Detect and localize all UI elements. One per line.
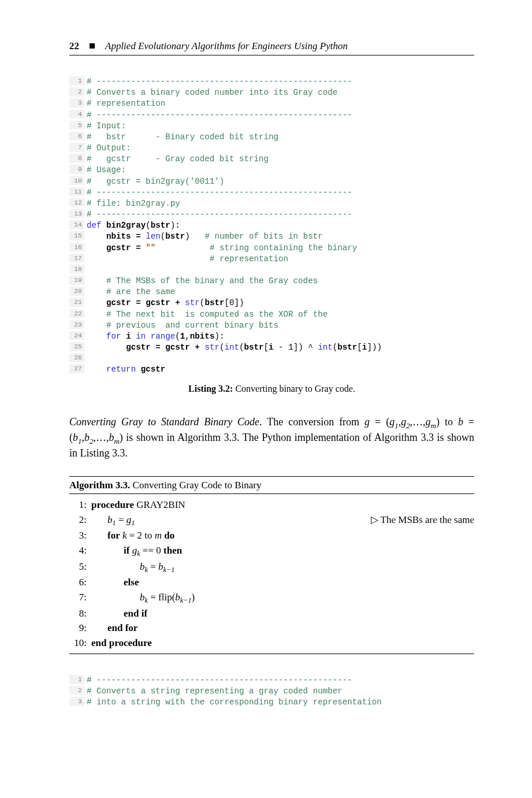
code-token: ) (185, 232, 204, 241)
code-token: bstr (244, 343, 264, 352)
code-token: # string containing the binary (210, 243, 357, 253)
line-number: 22 (69, 309, 84, 318)
math: g (426, 416, 431, 428)
line-number: 1 (69, 76, 84, 86)
line-number: 1 (69, 675, 84, 684)
code-line: 24 for i in range(1,nbits): (69, 331, 474, 342)
code-line: 8# gcstr - Gray coded bit string (69, 154, 474, 165)
run-in-heading: Converting Gray to Standard Binary Code (69, 416, 259, 428)
code-line: 5# Input: (69, 121, 474, 132)
code-token: # --------------------------------------… (87, 110, 352, 120)
code-token (131, 298, 136, 307)
code-token (146, 332, 151, 341)
algo-line-text: procedure GRAY2BIN (91, 498, 474, 513)
code-token: = (155, 343, 161, 352)
code-line: 10# gcstr = bin2gray('0011') (69, 176, 474, 187)
line-number: 27 (69, 364, 84, 373)
algo-line-number: 2: (69, 513, 91, 528)
code-token: , (185, 332, 190, 341)
math: g (401, 416, 406, 428)
code-line: 4# -------------------------------------… (69, 110, 474, 121)
code-token: # file: bin2gray.py (87, 199, 180, 208)
code-token (87, 243, 106, 253)
code-line: 13# ------------------------------------… (69, 209, 474, 220)
code-token: bstr (337, 343, 357, 352)
code-token (87, 232, 106, 241)
code-token (141, 298, 146, 307)
code-token: # --------------------------------------… (87, 188, 352, 197)
code-token: "" (146, 243, 155, 253)
listing-caption-1: Listing 3.2: Converting binary to Gray c… (69, 384, 474, 394)
code-line: 18 (69, 265, 474, 276)
algorithm-line: 1:procedure GRAY2BIN (69, 498, 474, 513)
code-line: 2# Converts a string representing a gray… (69, 686, 474, 697)
code-token: = (136, 298, 141, 307)
code-token: # Converts a string representing a gray … (87, 686, 343, 696)
code-line: 6# bstr - Binary coded bit string (69, 132, 474, 143)
code-token: [0]) (224, 298, 244, 307)
code-line: 26 (69, 353, 474, 364)
code-token: ( (333, 343, 338, 352)
code-line: 20 # are the same (69, 287, 474, 298)
para-text: The conversion from (267, 416, 364, 428)
code-token: # Output: (87, 143, 131, 153)
code-token: # into a string with the corresponding b… (87, 697, 382, 707)
code-token: [ (357, 343, 362, 352)
code-line: 21 gcstr = gcstr + str(bstr[0]) (69, 298, 474, 309)
line-number: 10 (69, 176, 84, 185)
code-token: nbits (106, 232, 131, 241)
code-token: ])) (367, 343, 382, 352)
code-token: # --------------------------------------… (87, 210, 352, 219)
algorithm-title: Algorithm 3.3. Converting Gray Code to B… (69, 477, 474, 494)
line-number: 12 (69, 198, 84, 207)
code-token (161, 343, 166, 352)
code-token (87, 254, 210, 263)
code-token: # gcstr = bin2gray('0011') (87, 177, 224, 186)
code-token (131, 232, 136, 241)
line-number: 20 (69, 287, 84, 296)
code-token: [ (264, 343, 269, 352)
code-token: return (106, 365, 136, 374)
code-token (131, 243, 136, 253)
algo-line-number: 1: (69, 498, 91, 513)
code-line: 25 gcstr = gcstr + str(int(bstr[i - 1]) … (69, 342, 474, 353)
math: g (364, 416, 370, 428)
code-token: ( (175, 332, 180, 341)
line-number: 11 (69, 187, 84, 196)
code-token: int (224, 343, 239, 352)
code-token: # previous and current binary bits (106, 321, 278, 330)
para-text: ) is shown in Algorithm 3.3. The Python … (69, 432, 474, 459)
code-token (170, 298, 176, 307)
code-token: # number of bits in bstr (204, 232, 322, 241)
code-token (121, 332, 127, 341)
algorithm-line: 3:for k = 2 to m do (69, 528, 474, 543)
algo-line-number: 4: (69, 543, 91, 558)
algo-line-number: 8: (69, 606, 91, 621)
book-title: Applied Evolutionary Algorithms for Engi… (105, 40, 348, 52)
line-number: 13 (69, 209, 84, 218)
algo-line-comment: ▷ The MSBs are the same (371, 513, 474, 528)
line-number: 17 (69, 254, 84, 263)
algorithm-line: 10:end procedure (69, 636, 474, 651)
code-token (87, 365, 106, 374)
line-number: 2 (69, 686, 84, 695)
algo-line-number: 6: (69, 575, 91, 590)
line-number: 7 (69, 143, 84, 152)
code-token: str (185, 298, 200, 307)
code-token (136, 365, 141, 374)
para-text: ) to (436, 416, 458, 428)
code-token (141, 232, 146, 241)
algo-line-text: bk = flip(bk−1) (91, 590, 474, 606)
algo-line-text: bk = bk−1 (91, 559, 474, 576)
code-token: # --------------------------------------… (87, 77, 352, 86)
algo-line-number: 5: (69, 559, 91, 574)
code-token: # The MSBs of the binary and the Gray co… (106, 276, 318, 285)
code-token: # gcstr - Gray coded bit string (87, 154, 269, 164)
line-number: 23 (69, 320, 84, 329)
code-token: gcstr (106, 243, 131, 253)
code-line: 2# Converts a binary coded number into i… (69, 87, 474, 98)
code-token (87, 343, 126, 352)
code-token: nbits (190, 332, 215, 341)
line-number: 26 (69, 353, 84, 362)
algorithm-box: Algorithm 3.3. Converting Gray Code to B… (69, 476, 474, 654)
